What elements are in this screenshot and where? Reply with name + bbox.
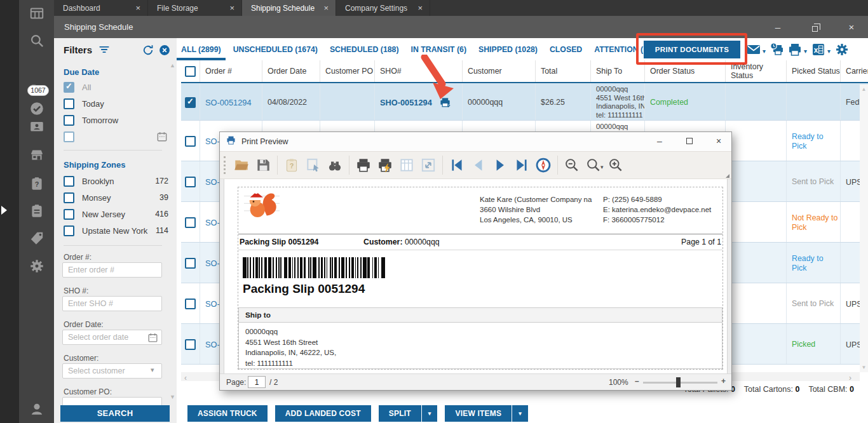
sidebar-item-inventory-question-icon[interactable]: ?: [29, 175, 45, 192]
window-close-icon[interactable]: ×: [846, 22, 857, 32]
sidebar-item-contacts-icon[interactable]: [29, 118, 45, 135]
dropdown-caret-button[interactable]: ▾: [512, 405, 528, 422]
assign-truck-button[interactable]: ASSIGN TRUCK: [187, 405, 268, 422]
row-checkbox[interactable]: [185, 217, 196, 228]
app-tab-company-settings[interactable]: Company Settings×: [336, 0, 430, 16]
due-date-option[interactable]: [64, 130, 168, 144]
open-file-icon[interactable]: [231, 154, 252, 176]
page-number-input[interactable]: [248, 376, 266, 388]
app-tab-dashboard[interactable]: Dashboard×: [54, 0, 148, 16]
scroll-down-icon[interactable]: ▼: [860, 365, 868, 370]
view-items-button[interactable]: VIEW ITEMS: [445, 405, 512, 422]
vertical-scrollbar[interactable]: ▲ ▼: [860, 84, 868, 372]
page-setup-icon[interactable]: [396, 154, 417, 176]
row-checkbox[interactable]: [185, 258, 196, 269]
due-date-option[interactable]: Tomorrow: [64, 113, 168, 127]
tab-close-icon[interactable]: ×: [322, 3, 330, 13]
sidebar-item-tags-icon[interactable]: [29, 230, 45, 246]
zoom-decrease-icon[interactable]: –: [635, 377, 639, 386]
chevron-down-icon[interactable]: ▾: [827, 48, 831, 55]
sidebar-item-search-icon[interactable]: [29, 32, 45, 49]
previous-page-icon[interactable]: [468, 154, 489, 176]
chevron-down-icon[interactable]: ▾: [763, 48, 766, 55]
table-row[interactable]: SO-005129404/08/2022SHO-005129400000qqq$…: [181, 83, 868, 121]
checkbox[interactable]: [64, 225, 74, 236]
filters-scrollbar-down-icon[interactable]: ▼: [170, 394, 175, 400]
print-icon[interactable]: [353, 154, 374, 176]
calendar-icon[interactable]: [147, 332, 159, 346]
tab-close-icon[interactable]: ×: [227, 3, 236, 13]
app-tab-file-storage[interactable]: File Storage×: [148, 0, 242, 16]
refresh-filters-icon[interactable]: [142, 44, 154, 57]
chevron-down-icon[interactable]: ▾: [151, 366, 154, 374]
toolbar-grip[interactable]: [224, 156, 227, 174]
window-minimize-icon[interactable]: –: [772, 22, 783, 32]
status-tab-closed[interactable]: CLOSED: [550, 38, 582, 60]
print-icon[interactable]: [787, 42, 803, 57]
shipping-zone-option[interactable]: Brooklyn172: [64, 174, 168, 188]
row-checkbox[interactable]: [185, 97, 196, 108]
window-restore-icon[interactable]: [809, 23, 820, 34]
search-button[interactable]: SEARCH: [60, 405, 170, 422]
scroll-right-icon[interactable]: ›: [849, 373, 851, 382]
save-icon[interactable]: [252, 154, 274, 176]
checkbox[interactable]: [64, 192, 74, 203]
quick-print-icon[interactable]: [374, 154, 396, 176]
checkbox[interactable]: [64, 176, 74, 187]
split-button[interactable]: SPLIT: [379, 405, 421, 422]
select-all-checkbox[interactable]: [185, 66, 196, 77]
sidebar-item-orders-clipboard-icon[interactable]: [29, 203, 45, 219]
row-checkbox[interactable]: [185, 339, 196, 350]
scroll-left-icon[interactable]: ‹: [184, 373, 187, 382]
status-tab-scheduled-188-[interactable]: SCHEDULED (188): [330, 38, 399, 60]
sidebar-item-settings-icon[interactable]: [29, 258, 45, 274]
sidebar-item-dashboard-icon[interactable]: [29, 5, 45, 22]
filter-order-input[interactable]: [62, 262, 162, 278]
due-date-option[interactable]: Today: [64, 97, 168, 111]
checkbox[interactable]: [64, 115, 74, 126]
dropdown-caret-button[interactable]: ▾: [422, 405, 438, 422]
scroll-up-icon[interactable]: ▲: [860, 86, 868, 92]
checkbox[interactable]: [64, 98, 74, 109]
scale-icon[interactable]: [417, 154, 439, 176]
status-tab-shipped-1028-[interactable]: SHIPPED (1028): [478, 38, 538, 60]
find-icon[interactable]: [324, 154, 346, 176]
sidebar-item-store-icon[interactable]: [29, 147, 45, 163]
last-page-icon[interactable]: [511, 154, 532, 176]
status-tab-all-2899-[interactable]: ALL (2899): [181, 38, 221, 60]
shipping-zone-option[interactable]: Monsey39: [64, 191, 168, 205]
checkbox[interactable]: [64, 209, 74, 220]
calendar-icon[interactable]: [156, 130, 168, 143]
status-tab-unscheduled-1674-[interactable]: UNSCHEDULED (1674): [233, 38, 318, 60]
sidebar-item-tasks-check-icon[interactable]: [29, 100, 45, 117]
email-icon[interactable]: [746, 42, 761, 57]
tab-close-icon[interactable]: ×: [133, 3, 142, 13]
navigation-compass-icon[interactable]: [532, 154, 554, 176]
filter-customer-input[interactable]: [62, 363, 162, 379]
dialog-close-icon[interactable]: ×: [712, 136, 726, 146]
zoom-in-icon[interactable]: [605, 154, 627, 176]
filters-scrollbar-up-icon[interactable]: ▲: [170, 62, 175, 69]
chevron-down-icon[interactable]: ▾: [600, 164, 604, 170]
export-excel-icon[interactable]: x: [811, 42, 826, 57]
row-checkbox[interactable]: [185, 177, 196, 187]
row-checkbox[interactable]: [185, 299, 196, 309]
zoom-slider-thumb[interactable]: [676, 377, 681, 387]
clear-filters-icon[interactable]: [158, 44, 171, 57]
zoom-increase-icon[interactable]: +: [721, 377, 726, 386]
tab-close-icon[interactable]: ×: [416, 3, 424, 13]
add-landed-cost-button[interactable]: ADD LANDED COST: [275, 405, 371, 422]
sidebar-expand-arrow-icon[interactable]: [1, 206, 7, 215]
order-link[interactable]: SO-0051294: [205, 98, 262, 107]
next-page-icon[interactable]: [489, 154, 511, 176]
chevron-down-icon[interactable]: ▾: [804, 48, 807, 55]
filter-sho-input[interactable]: [62, 296, 162, 311]
app-tab-shipping-schedule[interactable]: Shipping Schedule×: [242, 0, 336, 16]
settings-icon[interactable]: [834, 42, 850, 57]
paste-icon[interactable]: ?: [281, 154, 302, 176]
sidebar-item-user-icon[interactable]: [29, 401, 45, 417]
select-document-icon[interactable]: [302, 154, 324, 176]
due-date-option[interactable]: All: [64, 80, 168, 94]
checkbox[interactable]: [64, 131, 74, 142]
shipping-zone-option[interactable]: New Jersey416: [64, 207, 168, 221]
